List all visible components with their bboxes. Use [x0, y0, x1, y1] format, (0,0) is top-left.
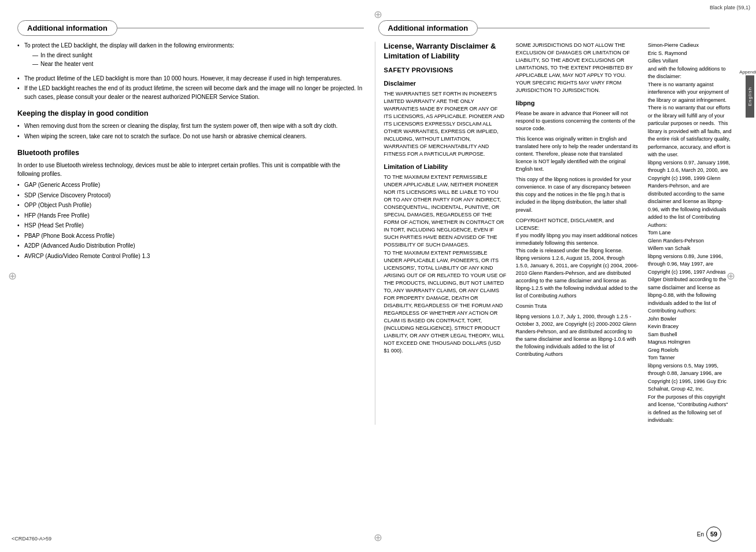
page-container: Black plate (59,1) ⊕ ⊕ ⊕ ⊕ Appendix Engl…	[0, 0, 756, 552]
left-column: To protect the LED backlight, the displa…	[17, 42, 375, 425]
crosshair-right-icon: ⊕	[727, 270, 735, 282]
libpng-para3: COPYRIGHT NOTICE, DISCLAIMER, and LICENS…	[516, 217, 639, 300]
right-column: License, Warranty Disclaimer & Limitatio…	[375, 42, 733, 425]
led-text-1: To protect the LED backlight, the displa…	[24, 42, 234, 49]
bt-item-4: HSP (Head Set Profile)	[17, 222, 363, 230]
right-section-header: Additional information	[378, 20, 710, 36]
bt-item-6: A2DP (Advanced Audio Distribution Profil…	[17, 242, 363, 251]
page-number: 59	[710, 531, 717, 538]
libpng-para2: This copy of the libpng notices is provi…	[516, 176, 639, 214]
keeping-title: Keeping the display in good condition	[17, 108, 363, 119]
bluetooth-bullet-list: GAP (Generic Access Profile) SDP (Servic…	[17, 181, 363, 260]
bt-item-5: PBAP (Phone Book Access Profile)	[17, 232, 363, 241]
right-col-sidebar-names: Simon-Pierre Cadieux Eric S. Raymond Gil…	[643, 42, 733, 425]
limitation-text: TO THE MAXIMUM EXTENT PERMISSIBLE UNDER …	[384, 174, 507, 355]
bluetooth-intro: In order to use Bluetooth wireless techn…	[17, 161, 363, 178]
crosshair-bottom-icon: ⊕	[374, 531, 382, 544]
libpng-para4: libpng versions 1.0.7, July 1, 2000, thr…	[516, 313, 639, 358]
libpng-para1: This licence was originally written in E…	[516, 135, 639, 173]
page-number-circle: 59	[706, 527, 721, 542]
left-header-area: Additional information	[17, 20, 375, 36]
top-plate-label: Black plate (59,1)	[710, 5, 750, 10]
crosshair-left-icon: ⊕	[8, 270, 17, 282]
bt-item-7: AVRCP (Audio/Video Remote Control Profil…	[17, 252, 363, 261]
language-tab: English	[746, 75, 754, 117]
libpng-intro: Please be aware in advance that Pioneer …	[516, 110, 639, 133]
led-item-1: To protect the LED backlight, the displa…	[17, 42, 363, 69]
appendix-label: Appendix	[739, 69, 756, 75]
led-sub-list: In the direct sunlight Near the heater v…	[24, 51, 363, 69]
libpng-title: libpng	[516, 99, 639, 108]
right-header-line	[478, 28, 710, 29]
main-content: To protect the LED backlight, the displa…	[0, 36, 756, 425]
disclaimer-text: THE WARRANTIES SET FORTH IN PIONEER'S LI…	[384, 90, 507, 158]
page-code: <CRD4760-A>59	[12, 536, 51, 542]
bt-item-2: OPP (Object Push Profile)	[17, 201, 363, 210]
led-bullet-list: To protect the LED backlight, the displa…	[17, 42, 363, 101]
bt-item-3: HFP (Hands Free Profile)	[17, 212, 363, 220]
left-section-header: Additional information	[17, 20, 364, 36]
keeping-item-2: When wiping the screen, take care not to…	[17, 133, 363, 141]
license-title: License, Warranty Disclaimer & Limitatio…	[384, 42, 507, 61]
bluetooth-title: Bluetooth profiles	[17, 148, 363, 158]
right-header-pill: Additional information	[378, 20, 478, 36]
keeping-item-1: When removing dust from the screen or cl…	[17, 122, 363, 131]
limitation-label: Limitation of Liability	[384, 163, 507, 172]
right-header-area: Additional information	[375, 20, 733, 36]
left-header-pill: Additional information	[17, 20, 117, 36]
page-en-label: En	[697, 531, 704, 538]
safety-label: SAFETY PROVISIONS	[384, 66, 507, 75]
jurisdiction-text: SOME JURISDICTIONS DO NOT ALLOW THE EXCL…	[516, 42, 639, 94]
bt-item-0: GAP (Generic Access Profile)	[17, 181, 363, 190]
libpng-cosmin: Cosmin Truta	[516, 303, 639, 310]
crosshair-top-icon: ⊕	[374, 8, 382, 21]
page-info: En 59	[697, 527, 721, 542]
right-col-libpng: SOME JURISDICTIONS DO NOT ALLOW THE EXCL…	[511, 42, 644, 425]
language-tab-container: Appendix English	[743, 69, 756, 117]
led-item-3: If the LED backlight reaches the end of …	[17, 84, 363, 101]
right-col-license: License, Warranty Disclaimer & Limitatio…	[384, 42, 511, 425]
led-item-2: The product lifetime of the LED backligh…	[17, 75, 363, 83]
led-sub-1: In the direct sunlight	[24, 51, 363, 60]
left-header-line	[117, 28, 364, 29]
keeping-bullet-list: When removing dust from the screen or cl…	[17, 122, 363, 141]
led-sub-2: Near the heater vent	[24, 60, 363, 69]
bt-item-1: SDP (Service Discovery Protocol)	[17, 192, 363, 200]
disclaimer-label: Disclaimer	[384, 79, 507, 89]
